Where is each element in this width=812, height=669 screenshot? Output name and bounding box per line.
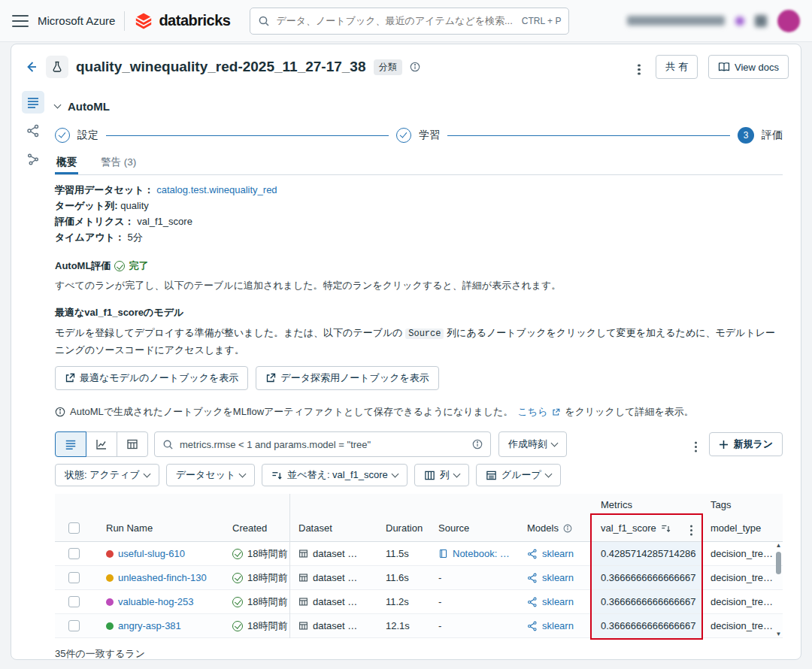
run-name-link[interactable]: valuable-hog-253 xyxy=(118,596,193,607)
group-header-metrics: Metrics xyxy=(592,499,701,510)
view-mode-toggle xyxy=(55,431,148,457)
scrollbar-thumb[interactable] xyxy=(776,552,781,574)
notebook-buttons: 最適なモデルのノートブックを表示 データ探索用ノートブックを表示 xyxy=(55,366,783,390)
scroll-up-icon[interactable]: ▲ xyxy=(776,542,782,549)
duration-cell: 12.1s xyxy=(377,620,429,631)
table-row[interactable]: angry-asp-381 18時間前 dataset … 12.1s - sk… xyxy=(55,614,783,638)
runs-search-input[interactable] xyxy=(180,439,466,450)
rail-models-icon[interactable] xyxy=(22,120,44,142)
table-row[interactable]: valuable-hog-253 18時間前 dataset … 11.2s -… xyxy=(55,590,783,614)
run-name-link[interactable]: unleashed-finch-130 xyxy=(118,572,207,583)
notification-icon[interactable] xyxy=(735,17,744,26)
row-checkbox[interactable] xyxy=(68,620,80,631)
avatar[interactable] xyxy=(777,10,800,32)
workspace-selector[interactable] xyxy=(627,16,725,26)
created-time-filter[interactable]: 作成時刻 xyxy=(498,431,567,457)
header-kebab-icon[interactable] xyxy=(633,57,645,77)
apps-icon[interactable] xyxy=(755,15,767,27)
run-name-link[interactable]: useful-slug-610 xyxy=(118,548,185,559)
info-icon[interactable] xyxy=(472,439,483,450)
tag-cell: decision_tre… xyxy=(701,572,774,583)
new-run-button[interactable]: 新規ラン xyxy=(709,432,783,456)
row-checkbox[interactable] xyxy=(68,548,80,559)
overview-tabs: 概要 警告 (3) xyxy=(55,153,783,175)
sort-filter[interactable]: 並べ替え: val_f1_score xyxy=(262,464,408,486)
check-circle-icon xyxy=(232,549,243,559)
col-header-created[interactable]: Created xyxy=(223,522,289,534)
eval-title: AutoML評価 xyxy=(55,259,111,273)
tag-cell: decision_tre… xyxy=(701,596,774,607)
chart-view-icon[interactable] xyxy=(86,431,117,457)
global-search[interactable]: CTRL + P xyxy=(250,8,569,35)
view-best-notebook-button[interactable]: 最適なモデルのノートブックを表示 xyxy=(55,366,248,390)
models-link[interactable]: sklearn xyxy=(542,620,574,631)
dataset-filter[interactable]: データセット xyxy=(166,464,256,486)
col-header-duration[interactable]: Duration xyxy=(377,522,429,534)
hamburger-menu-icon[interactable] xyxy=(12,15,29,27)
databricks-logo[interactable]: databricks xyxy=(134,11,230,31)
search-icon xyxy=(162,439,174,450)
experiment-flask-icon xyxy=(46,56,68,78)
metric-column-kebab-icon[interactable] xyxy=(686,519,698,537)
list-view-icon[interactable] xyxy=(55,431,86,457)
scroll-down-icon[interactable]: ▼ xyxy=(776,631,782,638)
detail-label: ターゲット列: xyxy=(55,200,118,211)
duration-cell: 11.2s xyxy=(377,596,429,607)
dataset-link[interactable]: dataset … xyxy=(313,572,357,583)
runs-search[interactable] xyxy=(154,431,491,457)
group-button[interactable]: グループ xyxy=(476,464,561,486)
runs-table: Metrics Tags Run Name Created Dataset Du… xyxy=(55,494,783,638)
global-search-input[interactable] xyxy=(276,15,515,26)
rail-runs-list-icon[interactable] xyxy=(22,91,44,114)
col-header-dataset[interactable]: Dataset xyxy=(289,522,377,534)
run-name-link[interactable]: angry-asp-381 xyxy=(118,620,181,631)
view-data-exploration-notebook-button[interactable]: データ探索用ノートブックを表示 xyxy=(256,366,438,390)
tag-cell: decision_tre… xyxy=(701,548,774,559)
back-arrow-icon[interactable] xyxy=(23,59,38,74)
models-link[interactable]: sklearn xyxy=(542,548,574,559)
chevron-down-icon xyxy=(391,470,398,477)
row-checkbox[interactable] xyxy=(68,572,80,583)
view-docs-button[interactable]: View docs xyxy=(708,55,789,79)
tab-warnings[interactable]: 警告 (3) xyxy=(99,153,138,174)
col-header-source[interactable]: Source xyxy=(429,522,518,534)
select-all-checkbox[interactable] xyxy=(68,522,80,534)
dataset-link[interactable]: dataset … xyxy=(313,596,357,607)
automl-section-header[interactable]: AutoML xyxy=(55,100,783,113)
columns-button[interactable]: 列 xyxy=(414,464,469,486)
col-header-tag[interactable]: model_type xyxy=(701,522,774,534)
metric-cell: 0.3666666666666667 xyxy=(592,566,701,589)
table-scrollbar[interactable]: ▲ ▼ xyxy=(774,542,783,638)
toolbar-kebab-icon[interactable] xyxy=(690,434,702,454)
dataset-link[interactable]: dataset … xyxy=(313,548,357,559)
models-link[interactable]: sklearn xyxy=(542,572,574,583)
rail-traces-icon[interactable] xyxy=(22,148,44,171)
book-icon xyxy=(718,62,730,72)
models-link[interactable]: sklearn xyxy=(542,596,574,607)
step-current-number: 3 xyxy=(738,127,754,144)
chevron-down-icon xyxy=(143,470,150,477)
table-row[interactable]: unleashed-finch-130 18時間前 dataset … 11.6… xyxy=(55,566,783,590)
row-checkbox[interactable] xyxy=(68,596,80,607)
dataset-link[interactable]: dataset … xyxy=(313,620,357,631)
check-circle-icon xyxy=(232,597,243,607)
details-link[interactable]: こちら xyxy=(517,405,547,419)
experiment-page-card: quality_winequality_red-2025_11_27-17_38… xyxy=(11,44,801,660)
source-link[interactable]: Notebook: … xyxy=(453,548,510,559)
table-row[interactable]: useful-slug-610 18時間前 dataset … 11.5s No… xyxy=(55,542,783,566)
run-status-dot xyxy=(106,622,114,630)
dataset-link[interactable]: catalog.test.winequality_red xyxy=(156,184,277,195)
share-button[interactable]: 共有 xyxy=(656,55,698,79)
columns-icon xyxy=(424,470,435,481)
col-header-models[interactable]: Models xyxy=(518,522,592,534)
model-icon xyxy=(527,597,538,607)
info-icon[interactable] xyxy=(410,62,420,72)
state-filter[interactable]: 状態: アクティブ xyxy=(55,464,159,486)
dataset-grid-icon xyxy=(298,573,308,583)
mlflow-notice: AutoMLで生成されたノートブックをMLflowアーティファクトとして保存でき… xyxy=(55,405,783,419)
col-header-metric[interactable]: val_f1_score xyxy=(592,519,701,537)
tab-overview[interactable]: 概要 xyxy=(55,153,78,174)
table-view-icon[interactable] xyxy=(117,431,148,457)
col-header-run-name[interactable]: Run Name xyxy=(97,522,223,534)
best-model-description: モデルを登録してデプロイする準備が整いました。または、以下のテーブルの Sour… xyxy=(55,325,783,358)
